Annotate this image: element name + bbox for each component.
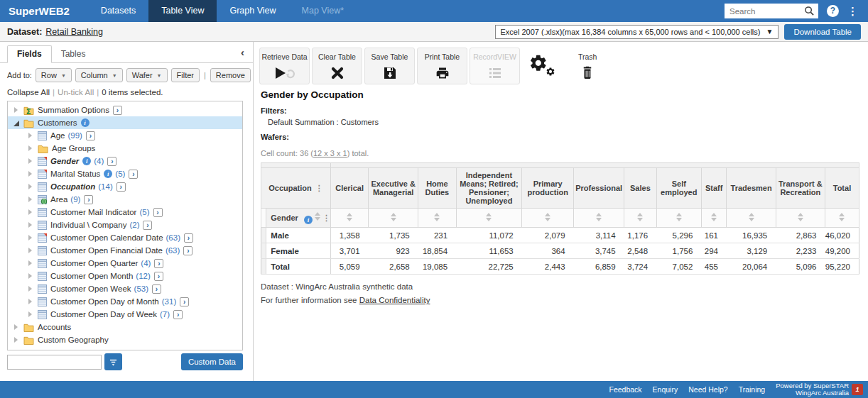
column-header[interactable]: Professional	[574, 168, 624, 209]
drill-arrow-icon[interactable]: ›	[183, 246, 192, 255]
sort-icon[interactable]	[839, 213, 845, 221]
retrieve-data-button[interactable]: Retrieve Data	[259, 48, 310, 84]
tree-item-customer-open-day-of-month[interactable]: Customer Open Day of Month(31)›	[8, 295, 242, 308]
add-to-column-button[interactable]: Column▼	[75, 68, 123, 82]
collapse-twisty-icon[interactable]	[13, 120, 20, 126]
drill-arrow-icon[interactable]: ›	[173, 310, 183, 319]
tree-item-area[interactable]: Area(9)›	[8, 193, 242, 206]
nav-graph-view[interactable]: Graph View	[217, 0, 288, 22]
sort-icon[interactable]	[676, 213, 682, 221]
menu-kebab-icon[interactable]: ⋮	[847, 5, 858, 17]
tree-filter-button[interactable]	[104, 353, 122, 370]
row-menu-icon[interactable]: ⋮	[322, 214, 330, 222]
tab-fields[interactable]: Fields	[7, 45, 52, 63]
sort-icon[interactable]	[711, 213, 717, 221]
footer-link-enquiry[interactable]: Enquiry	[653, 385, 678, 394]
sort-icon[interactable]	[637, 213, 643, 221]
untick-all-link[interactable]: Un-tick All	[58, 88, 94, 96]
column-header[interactable]: Total	[825, 168, 859, 209]
expand-twisty-icon[interactable]	[13, 107, 20, 114]
drill-arrow-icon[interactable]: ›	[113, 106, 122, 115]
footer-link-need-help[interactable]: Need Help?	[688, 385, 727, 394]
column-header[interactable]: Tradesmen	[727, 168, 776, 209]
sidebar-collapse-icon[interactable]: ‹	[241, 46, 244, 58]
expand-twisty-icon[interactable]	[28, 171, 34, 177]
expand-twisty-icon[interactable]	[28, 260, 34, 267]
clear-table-button[interactable]: Clear Table	[312, 48, 362, 84]
tree-item-age[interactable]: Age(99)›	[8, 129, 242, 142]
sort-icon[interactable]	[434, 213, 440, 221]
footer-link-training[interactable]: Training	[739, 385, 766, 394]
expand-twisty-icon[interactable]	[28, 248, 34, 254]
dataset-name-link[interactable]: Retail Banking	[45, 27, 103, 37]
drill-arrow-icon[interactable]: ›	[86, 131, 95, 140]
data-confidentiality-link[interactable]: Data Confidentiality	[359, 296, 430, 304]
add-to-wafer-button[interactable]: Wafer▼	[126, 68, 168, 82]
search-input[interactable]	[729, 7, 804, 16]
drill-arrow-icon[interactable]: ›	[84, 195, 93, 204]
column-header[interactable]: Self employed	[656, 168, 701, 209]
column-header[interactable]: Staff	[701, 168, 727, 209]
sort-icon[interactable]	[486, 213, 492, 221]
sort-icon[interactable]	[545, 213, 550, 221]
expand-twisty-icon[interactable]	[28, 235, 34, 241]
expand-twisty-icon[interactable]	[28, 184, 34, 190]
row-field-cell[interactable]: Gender i ⋮	[266, 209, 331, 228]
tree-item-occupation[interactable]: Occupation(14)›	[8, 180, 242, 193]
sort-icon[interactable]	[749, 213, 754, 221]
trash-dropzone[interactable]: Trash	[578, 52, 597, 79]
column-header[interactable]: Home Duties	[418, 168, 456, 209]
footer-link-feedback[interactable]: Feedback	[609, 385, 641, 394]
custom-data-button[interactable]: Custom Data	[181, 353, 243, 370]
drill-arrow-icon[interactable]: ›	[184, 233, 193, 243]
tree-item-customer-mail-indicator[interactable]: Customer Mail Indicator(5)›	[8, 206, 242, 219]
info-icon[interactable]: i	[81, 118, 89, 127]
tree-item-customer-open-day-of-week[interactable]: Customer Open Day of Week(7)›	[8, 308, 242, 321]
search-icon[interactable]	[804, 6, 815, 16]
drill-arrow-icon[interactable]: ›	[152, 284, 161, 294]
sort-icon[interactable]	[347, 213, 352, 221]
expand-twisty-icon[interactable]	[28, 197, 34, 203]
sort-icon[interactable]	[596, 213, 602, 221]
tree-search-input[interactable]	[7, 355, 102, 370]
drill-arrow-icon[interactable]: ›	[107, 157, 116, 166]
tree-item-customer-open-month[interactable]: Customer Open Month(12)›	[8, 270, 242, 282]
drill-arrow-icon[interactable]: ›	[153, 208, 163, 217]
tree-item-marital-status[interactable]: Marital Statusi(5)›	[8, 167, 242, 180]
tab-tables[interactable]: Tables	[52, 46, 95, 62]
download-table-button[interactable]: Download Table	[784, 24, 861, 40]
row-label[interactable]: Male	[266, 228, 331, 243]
cell-count-link[interactable]: 12 x 3 x 1	[313, 149, 347, 157]
column-header[interactable]: Transport & Recreation	[776, 168, 825, 209]
column-header[interactable]: Sales	[624, 168, 656, 209]
column-header[interactable]: Independent Means; Retired; Pensioner; U…	[456, 168, 522, 209]
nav-table-view[interactable]: Table View	[148, 0, 217, 22]
add-to-remove-button[interactable]: Remove	[210, 68, 251, 82]
info-icon[interactable]: i	[304, 216, 313, 224]
tree-item-summation-options[interactable]: ΣSummation Options›	[8, 104, 242, 116]
info-icon[interactable]: i	[82, 157, 91, 165]
help-icon[interactable]: ?	[827, 5, 839, 17]
expand-twisty-icon[interactable]	[28, 273, 34, 280]
export-format-select[interactable]: Excel 2007 (.xlsx)(max 16,384 columns x …	[495, 25, 779, 39]
nav-datasets[interactable]: Datasets	[88, 0, 148, 22]
save-table-button[interactable]: Save Table	[364, 48, 415, 84]
tree-item-customer-open-week[interactable]: Customer Open Week(53)›	[8, 282, 242, 295]
expand-twisty-icon[interactable]	[28, 286, 34, 292]
nav-map-view[interactable]: Map View*	[289, 0, 357, 22]
add-to-row-button[interactable]: Row▼	[36, 68, 72, 82]
table-options-button[interactable]	[528, 52, 556, 80]
tree-item-accounts[interactable]: Accounts	[8, 321, 242, 333]
tree-item-customer-open-financial-date[interactable]: Customer Open Financial Date(63)›	[8, 244, 242, 257]
expand-twisty-icon[interactable]	[28, 158, 34, 165]
expand-twisty-icon[interactable]	[13, 324, 20, 331]
tree-item-custom-geography[interactable]: Custom Geography	[8, 333, 242, 346]
column-header[interactable]: Clerical	[331, 168, 369, 209]
sort-icon[interactable]	[798, 213, 803, 221]
column-header[interactable]: Executive & Managerial	[369, 168, 418, 209]
drill-arrow-icon[interactable]: ›	[129, 170, 138, 179]
drill-arrow-icon[interactable]: ›	[143, 221, 152, 230]
row-label[interactable]: Female	[266, 243, 331, 259]
expand-twisty-icon[interactable]	[13, 337, 20, 343]
print-table-button[interactable]: Print Table	[417, 48, 467, 84]
